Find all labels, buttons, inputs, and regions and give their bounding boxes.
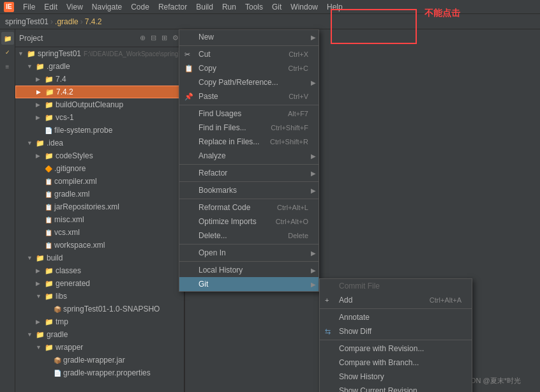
ctx-paste[interactable]: 📌 Paste Ctrl+V: [179, 89, 319, 103]
project-panel: Project ⊕ ⊟ ⊞ ⚙ 📁 springTest01 F:\IDEA\I…: [15, 29, 184, 392]
tree-codestyles[interactable]: 📁 codeStyles: [15, 149, 184, 162]
ctx-bookmarks[interactable]: Bookmarks: [179, 183, 319, 197]
tree-gradle2[interactable]: 📁 gradle: [15, 328, 184, 341]
tree-label-gen: generated: [56, 279, 90, 288]
tree-label-mx: misc.xml: [54, 215, 84, 224]
panel-header: Project ⊕ ⊟ ⊞ ⚙: [15, 29, 184, 47]
panel-icon-expand[interactable]: ⊞: [160, 33, 169, 43]
ctx-new[interactable]: New: [179, 30, 319, 44]
ctx-refactor[interactable]: Refactor: [179, 166, 319, 180]
panel-title: Project: [19, 34, 139, 43]
sidebar-icon-structure[interactable]: ≡: [1, 60, 14, 73]
tree-build[interactable]: 📁 build: [15, 252, 184, 264]
ctx-copy-path[interactable]: Copy Path/Reference...: [179, 75, 319, 89]
file-icon-mx: 📋: [45, 216, 52, 223]
menu-view[interactable]: View: [63, 1, 87, 13]
ctx-reformat-code[interactable]: Reformat Code Ctrl+Alt+L: [179, 200, 319, 215]
panel-icon-collapse[interactable]: ⊟: [149, 33, 158, 43]
tree-root[interactable]: 📁 springTest01 F:\IDEA\IDEA_WorkSpace\sp…: [15, 47, 184, 60]
ctx-bookmarks-label: Bookmarks: [199, 186, 308, 195]
git-show-history[interactable]: Show History: [320, 370, 472, 384]
menu-edit[interactable]: Edit: [40, 1, 61, 13]
tree-buildoutputcleanup[interactable]: 📁 buildOutputCleanup: [15, 98, 184, 111]
git-add[interactable]: + Add Ctrl+Alt+A: [320, 293, 472, 307]
tree-7.4.2[interactable]: 📁 7.4.2: [15, 86, 184, 98]
tree-label-gradle2: gradle: [47, 330, 68, 339]
menu-code[interactable]: Code: [127, 1, 153, 13]
menu-build[interactable]: Build: [192, 1, 217, 13]
menu-git[interactable]: Git: [268, 1, 285, 13]
ctx-delete-label: Delete...: [199, 231, 280, 240]
git-show-diff[interactable]: ⇆ Show Diff: [320, 324, 472, 338]
ctx-local-history-label: Local History: [199, 266, 308, 275]
ctx-optimize-imports-shortcut: Ctrl+Alt+O: [276, 218, 308, 225]
tree-label-jrx: jarRepositories.xml: [54, 202, 119, 211]
ctx-find-usages[interactable]: Find Usages Alt+F7: [179, 107, 319, 121]
tree-tmp[interactable]: 📁 tmp: [15, 315, 184, 328]
panel-icon-locate[interactable]: ⊕: [139, 33, 147, 43]
ctx-open-in[interactable]: Open In: [179, 246, 319, 260]
git-show-current-revision[interactable]: Show Current Revision: [320, 384, 472, 392]
ctx-replace-in-files[interactable]: Replace in Files... Ctrl+Shift+R: [179, 135, 319, 149]
ctx-analyze[interactable]: Analyze: [179, 149, 319, 163]
tree-gitignore[interactable]: 🔶 .gitignore: [15, 162, 184, 175]
tree-arrow-libs: [36, 293, 45, 299]
ctx-git[interactable]: Git: [179, 277, 319, 291]
tree-label-snjar: springTest01-1.0-SNAPSHO: [63, 305, 160, 313]
tree-classes[interactable]: 📁 classes: [15, 264, 184, 277]
tree-arrow-build: [27, 255, 36, 261]
menu-file[interactable]: File: [19, 1, 39, 13]
tree-label-gi: .gitignore: [54, 164, 86, 173]
tree-file-system-probe[interactable]: 📄 file-system.probe: [15, 124, 184, 137]
tree-gradle-xml[interactable]: 📋 gradle.xml: [15, 188, 184, 200]
menu-navigate[interactable]: Navigate: [88, 1, 126, 13]
tree-vcs-1[interactable]: 📁 vcs-1: [15, 111, 184, 124]
ctx-cut-shortcut: Ctrl+X: [289, 50, 308, 58]
git-show-history-label: Show History: [339, 372, 461, 381]
ctx-cut[interactable]: ✂ Cut Ctrl+X: [179, 47, 319, 61]
menu-bar: File Edit View Navigate Code Refactor Bu…: [19, 1, 347, 13]
ctx-optimize-imports[interactable]: Optimize Imports Ctrl+Alt+O: [179, 215, 319, 229]
ctx-git-label: Git: [199, 280, 308, 289]
sidebar-icon-commit[interactable]: ✓: [1, 46, 14, 59]
tree-gradle[interactable]: 📁 .gradle: [15, 60, 184, 73]
tree-label-wrapper: wrapper: [56, 343, 83, 352]
tree-7.4[interactable]: 📁 7.4: [15, 73, 184, 86]
tree-idea[interactable]: 📁 .idea: [15, 137, 184, 149]
menu-refactor[interactable]: Refactor: [154, 1, 191, 13]
tree-gradle-wrapper-jar[interactable]: 📦 gradle-wrapper.jar: [15, 354, 184, 366]
ctx-new-label: New: [199, 33, 308, 41]
git-annotate-label: Annotate: [339, 313, 461, 322]
tree-vcs-xml[interactable]: 📋 vcs.xml: [15, 226, 184, 239]
tree-compiler-xml[interactable]: 📋 compiler.xml: [15, 175, 184, 188]
ctx-copy[interactable]: 📋 Copy Ctrl+C: [179, 61, 319, 75]
tree-gradle-wrapper-properties[interactable]: 📄 gradle-wrapper.properties: [15, 366, 184, 379]
menu-help[interactable]: Help: [323, 1, 347, 13]
git-show-diff-icon: ⇆: [325, 328, 336, 336]
menu-tools[interactable]: Tools: [241, 1, 267, 13]
tree-jar-repositories-xml[interactable]: 📋 jarRepositories.xml: [15, 200, 184, 213]
tree-misc-xml[interactable]: 📋 misc.xml: [15, 213, 184, 226]
folder-icon-boc: 📁: [45, 101, 54, 109]
menu-window[interactable]: Window: [287, 1, 322, 13]
tree-generated[interactable]: 📁 generated: [15, 277, 184, 290]
git-compare-branch[interactable]: Compare with Branch...: [320, 356, 472, 370]
tree-wrapper[interactable]: 📁 wrapper: [15, 341, 184, 354]
ctx-find-in-files[interactable]: Find in Files... Ctrl+Shift+F: [179, 121, 319, 135]
tree-label-libs: libs: [56, 292, 67, 301]
sidebar-icon-project[interactable]: 📁: [1, 32, 14, 45]
folder-icon-7.4: 📁: [45, 75, 54, 84]
tree-workspace-xml[interactable]: 📋 workspace.xml: [15, 239, 184, 252]
ctx-copy-shortcut: Ctrl+C: [289, 64, 308, 72]
ctx-delete[interactable]: Delete... Delete: [179, 229, 319, 243]
tree-label-vx: vcs.xml: [54, 228, 80, 237]
git-compare-revision[interactable]: Compare with Revision...: [320, 342, 472, 356]
tree-snapshot-jar[interactable]: 📦 springTest01-1.0-SNAPSHO: [15, 303, 184, 315]
tree-container[interactable]: 📁 springTest01 F:\IDEA\IDEA_WorkSpace\sp…: [15, 47, 184, 392]
git-commit-file[interactable]: Commit File: [320, 279, 472, 293]
ctx-local-history[interactable]: Local History: [179, 263, 319, 277]
tree-libs[interactable]: 📁 libs: [15, 290, 184, 303]
git-annotate[interactable]: Annotate: [320, 310, 472, 324]
menu-run[interactable]: Run: [218, 1, 240, 13]
tree-label-root: springTest01: [38, 49, 81, 58]
